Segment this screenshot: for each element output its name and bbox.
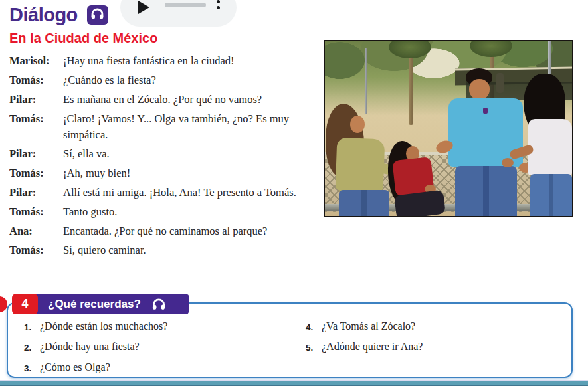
question-item: 3. ¿Cómo es Olga? bbox=[24, 361, 167, 375]
girl-left-jeans bbox=[339, 190, 389, 217]
girl-left-face bbox=[350, 116, 365, 133]
speaker-name: Tomás: bbox=[9, 165, 63, 181]
speaker-text: Allí está mi amiga. ¡Hola, Ana! Te prese… bbox=[63, 185, 316, 201]
speaker-name: Marisol: bbox=[9, 53, 63, 69]
speaker-text: Sí, ella va. bbox=[63, 146, 316, 162]
speaker-text: ¿Cuándo es la fiesta? bbox=[63, 72, 316, 88]
dialogue-line: Pilar: Es mañana en el Zócalo. ¿Por qué … bbox=[9, 92, 316, 108]
question-item: 1. ¿Dónde están los muchachos? bbox=[24, 320, 167, 334]
speaker-text: ¡Claro! ¡Vamos! Y... Olga va también, ¿n… bbox=[63, 111, 316, 143]
dialogue-audio-button[interactable] bbox=[87, 5, 108, 25]
question-number: 3. bbox=[24, 361, 40, 375]
speaker-text: Sí, quiero caminar. bbox=[63, 242, 316, 258]
dialogue: Marisol: ¡Hay una fiesta fantástica en l… bbox=[9, 53, 316, 262]
question-number: 2. bbox=[24, 340, 40, 355]
player-menu-button[interactable] bbox=[214, 0, 222, 18]
questions-column-1: 1. ¿Dónde están los muchachos? 2. ¿Dónde… bbox=[24, 320, 167, 381]
speaker-name: Tomás: bbox=[9, 204, 63, 220]
play-icon bbox=[138, 1, 149, 14]
dialogue-line: Tomás: ¡Ah, muy bien! bbox=[9, 165, 316, 181]
play-button[interactable] bbox=[138, 1, 151, 15]
question-text: ¿Va Tomás al Zócalo? bbox=[322, 320, 423, 334]
girl-right-jeans bbox=[530, 174, 572, 217]
bottom-accent-bar bbox=[0, 380, 588, 386]
activity-title: ¿Qué recuerdas? bbox=[48, 298, 141, 311]
question-text: ¿Adónde quiere ir Ana? bbox=[322, 340, 423, 355]
dialogue-line: Tomás: ¿Cuándo es la fiesta? bbox=[9, 72, 316, 88]
speaker-text: Encantada. ¿Por qué no caminamos al parq… bbox=[63, 223, 316, 239]
dialogue-line: Marisol: ¡Hay una fiesta fantástica en l… bbox=[9, 53, 316, 69]
audio-progress-slider[interactable] bbox=[165, 3, 206, 7]
activity-title-badge: ¿Qué recuerdas? bbox=[33, 294, 189, 314]
headphones-icon bbox=[151, 298, 166, 310]
headphones-icon bbox=[90, 8, 104, 23]
activity-header: 4 ¿Qué recuerdas? bbox=[12, 294, 189, 314]
activity-audio-button[interactable] bbox=[151, 298, 166, 310]
title-row: Diálogo bbox=[9, 4, 108, 26]
question-number: 4. bbox=[306, 320, 322, 334]
girl-right-white-tee bbox=[528, 119, 572, 175]
question-item: 2. ¿Dónde hay una fiesta? bbox=[24, 340, 167, 355]
question-text: ¿Dónde están los muchachos? bbox=[40, 320, 167, 334]
boy-face bbox=[469, 79, 490, 100]
lamp-pole bbox=[365, 48, 367, 114]
dialogue-line: Pilar: Allí está mi amiga. ¡Hola, Ana! T… bbox=[9, 185, 316, 201]
dialogue-line: Tomás: Tanto gusto. bbox=[9, 204, 316, 220]
speaker-name: Pilar: bbox=[9, 146, 63, 162]
textbook-page: Diálogo En la Ciudad de México Marisol: … bbox=[0, 0, 588, 386]
question-item: 4. ¿Va Tomás al Zócalo? bbox=[306, 320, 423, 334]
questions-column-2: 4. ¿Va Tomás al Zócalo? 5. ¿Adónde quier… bbox=[306, 320, 423, 361]
dialogue-line: Pilar: Sí, ella va. bbox=[9, 146, 316, 162]
page-title: Diálogo bbox=[9, 4, 78, 26]
polo-button bbox=[483, 108, 488, 114]
dialogue-photo bbox=[324, 40, 573, 217]
question-text: ¿Cómo es Olga? bbox=[40, 361, 167, 375]
speaker-name: Pilar: bbox=[9, 92, 63, 108]
background-person bbox=[496, 73, 504, 93]
speaker-name: Tomás: bbox=[9, 72, 63, 88]
speaker-text: Tanto gusto. bbox=[63, 204, 316, 220]
question-number: 5. bbox=[306, 340, 322, 355]
speaker-text: ¡Ah, muy bien! bbox=[63, 165, 316, 181]
speaker-text: ¡Hay una fiesta fantástica en la ciudad! bbox=[63, 53, 316, 69]
dialogue-line: Tomás: ¡Claro! ¡Vamos! Y... Olga va tamb… bbox=[9, 111, 316, 143]
activity-number-badge: 4 bbox=[12, 294, 38, 314]
speaker-name: Ana: bbox=[9, 223, 63, 239]
speaker-name: Tomás: bbox=[9, 111, 63, 143]
question-text: ¿Dónde hay una fiesta? bbox=[40, 340, 167, 355]
section-heading: En la Ciudad de México bbox=[9, 31, 157, 46]
speaker-name: Tomás: bbox=[9, 242, 63, 258]
girl-right-hand bbox=[502, 158, 514, 167]
boy-jeans bbox=[455, 166, 517, 217]
dialogue-line: Tomás: Sí, quiero caminar. bbox=[9, 242, 316, 258]
dialogue-line: Ana: Encantada. ¿Por qué no caminamos al… bbox=[9, 223, 316, 239]
question-number: 1. bbox=[24, 320, 40, 334]
audio-player bbox=[120, 0, 237, 27]
question-item: 5. ¿Adónde quiere ir Ana? bbox=[306, 340, 423, 355]
speaker-text: Es mañana en el Zócalo. ¿Por qué no vamo… bbox=[63, 92, 316, 108]
speaker-name: Pilar: bbox=[9, 185, 63, 201]
